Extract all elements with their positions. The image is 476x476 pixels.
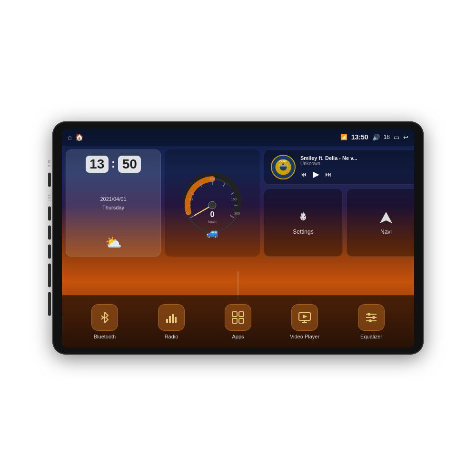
svg-text:160: 160 — [231, 198, 237, 201]
car-head-unit: MIC RST ⌂ 🏠 📶 13:50 🔊 18 — [52, 121, 424, 355]
svg-point-38 — [367, 313, 370, 316]
radio-button[interactable]: Radio — [138, 304, 205, 339]
apps-label: Apps — [232, 334, 244, 339]
status-right-info: 📶 13:50 🔊 18 ▭ ↩ — [340, 133, 408, 141]
bluetooth-icon — [98, 310, 112, 325]
settings-label: Settings — [293, 228, 313, 235]
prev-button[interactable]: ⏮ — [300, 170, 307, 178]
equalizer-icon — [364, 310, 378, 325]
volume-level: 18 — [384, 134, 390, 140]
wifi-icon: 📶 — [340, 134, 347, 140]
status-bar: ⌂ 🏠 📶 13:50 🔊 18 ▭ ↩ — [62, 129, 414, 146]
svg-text:CARFU: CARFU — [279, 160, 288, 163]
clock-display: 13 : 50 — [86, 156, 141, 173]
music-widget[interactable]: CARFU Smiley ft. Delia - Ne v... Unknown… — [264, 149, 414, 185]
svg-point-42 — [369, 319, 372, 322]
svg-line-7 — [231, 193, 234, 195]
song-artist: Unknown — [300, 161, 414, 166]
svg-rect-26 — [169, 316, 171, 323]
svg-line-6 — [223, 183, 225, 187]
svg-rect-29 — [232, 312, 237, 317]
album-art: CARFU — [271, 155, 296, 179]
music-controls: ⏮ ▶ ⏭ — [300, 169, 414, 179]
rst-label: RST — [48, 193, 51, 201]
svg-marker-24 — [380, 212, 392, 223]
back-icon[interactable]: ↩ — [403, 134, 408, 141]
video-player-icon — [298, 310, 312, 325]
radio-icon-wrap — [158, 304, 185, 331]
battery-icon: ▭ — [394, 134, 399, 141]
clock-widget: 13 : 50 2021/04/01 Thursday ⛅ — [66, 149, 161, 257]
side-button-1[interactable] — [48, 172, 51, 187]
radio-label: Radio — [165, 334, 178, 339]
side-button-vol-up[interactable] — [48, 263, 51, 287]
apps-button[interactable]: Apps — [205, 304, 271, 339]
navi-label: Navi — [380, 228, 392, 235]
navi-button[interactable]: Navi — [347, 188, 414, 257]
right-widgets: CARFU Smiley ft. Delia - Ne v... Unknown… — [264, 149, 414, 257]
equalizer-label: Equalizer — [360, 334, 382, 339]
status-time: 13:50 — [351, 133, 368, 141]
svg-rect-32 — [239, 318, 244, 323]
svg-text:0: 0 — [210, 210, 215, 218]
svg-rect-28 — [175, 317, 177, 323]
bluetooth-label: Bluetooth — [94, 334, 116, 339]
house-icon[interactable]: 🏠 — [75, 133, 83, 141]
volume-icon: 🔊 — [372, 134, 380, 141]
svg-point-16 — [208, 201, 216, 209]
svg-text:km/h: km/h — [208, 219, 216, 224]
side-button-back[interactable] — [48, 244, 51, 258]
home-icon[interactable]: ⌂ — [68, 133, 71, 141]
song-title: Smiley ft. Delia - Ne v... — [300, 155, 414, 161]
svg-rect-30 — [239, 312, 244, 317]
bluetooth-button[interactable]: Bluetooth — [71, 304, 138, 339]
apps-grid-icon — [231, 310, 245, 325]
music-info: Smiley ft. Delia - Ne v... Unknown ⏮ ▶ ⏭ — [300, 155, 414, 179]
settings-navi-row: Settings Navi — [264, 188, 414, 257]
svg-text:120: 120 — [209, 177, 215, 180]
status-left-icons: ⌂ 🏠 — [68, 133, 83, 141]
side-button-vol-down[interactable] — [48, 292, 51, 316]
side-button-power[interactable] — [48, 206, 51, 220]
play-button[interactable]: ▶ — [313, 169, 319, 179]
side-buttons: MIC RST — [48, 160, 51, 316]
radio-icon — [164, 310, 178, 325]
settings-gear-icon — [296, 210, 310, 225]
svg-rect-27 — [172, 314, 174, 323]
main-content: 13 : 50 2021/04/01 Thursday ⛅ — [62, 146, 414, 295]
svg-marker-34 — [303, 315, 307, 318]
svg-point-40 — [372, 316, 375, 319]
mic-label: MIC — [48, 160, 51, 168]
equalizer-button[interactable]: Equalizer — [338, 304, 405, 339]
bottom-app-bar: Bluetooth Radio — [62, 295, 414, 347]
video-player-label: Video Player — [290, 334, 319, 339]
clock-colon: : — [111, 156, 116, 171]
side-button-home[interactable] — [48, 225, 51, 239]
video-player-button[interactable]: Video Player — [271, 304, 338, 339]
screen: ⌂ 🏠 📶 13:50 🔊 18 ▭ ↩ 13 : 50 — [62, 129, 414, 347]
apps-icon-wrap — [225, 304, 251, 331]
equalizer-icon-wrap — [358, 304, 385, 331]
navigation-icon — [379, 210, 393, 225]
clock-minutes: 50 — [118, 156, 141, 173]
car-icon: 🚙 — [206, 227, 219, 239]
svg-text:40: 40 — [186, 212, 189, 215]
weather-icon: ⛅ — [105, 235, 122, 250]
svg-text:200: 200 — [234, 212, 240, 215]
video-icon-wrap — [291, 304, 318, 331]
bluetooth-icon-wrap — [91, 304, 118, 331]
svg-rect-25 — [166, 319, 168, 323]
speedometer-widget: 40 80 120 160 200 0 km/h 🚙 — [165, 149, 260, 257]
speedometer-svg: 40 80 120 160 200 0 km/h — [179, 167, 246, 234]
svg-text:80: 80 — [189, 198, 193, 201]
svg-line-1 — [190, 216, 195, 218]
svg-rect-31 — [232, 318, 237, 323]
clock-hours: 13 — [86, 156, 109, 173]
settings-button[interactable]: Settings — [264, 188, 343, 257]
clock-date: 2021/04/01 Thursday — [100, 195, 126, 212]
svg-line-9 — [230, 216, 234, 218]
next-button[interactable]: ⏭ — [325, 170, 332, 178]
